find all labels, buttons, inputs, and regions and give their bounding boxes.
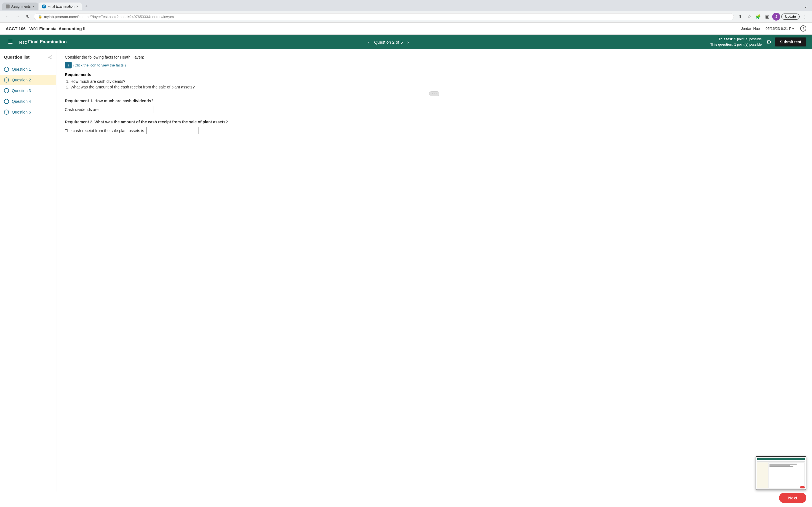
next-question-button[interactable]: › [407,39,409,45]
question-4-circle [4,99,9,104]
assignments-tab-label: Assignments [11,4,31,8]
requirements-list: How much are cash dividends? What was th… [65,79,804,89]
tab-menu-button[interactable]: ⌄ [802,3,810,10]
requirement-1-answer-row: Cash dividends are [65,106,804,113]
chrome-menu-icon[interactable]: ⋮ [801,13,809,20]
question-item-2[interactable]: Question 2 [0,75,56,86]
update-button[interactable]: Update [781,13,800,20]
prev-question-button[interactable]: ‹ [368,39,370,45]
requirement-1-heading: Requirement 1. How much are cash dividen… [65,99,804,103]
thumbnail-preview [756,456,806,490]
cash-receipt-label: The cash receipt from the sale plant ass… [65,128,144,133]
submit-test-button[interactable]: Submit test [775,38,806,47]
question-number-label: Question 2 of 5 [374,40,403,45]
requirement-2-heading: Requirement 2. What was the amount of th… [65,120,804,124]
header-right: Jordan Hue 05/16/23 6:21 PM ? [741,25,806,32]
help-icon[interactable]: ? [800,25,806,32]
question-2-circle [4,77,9,82]
back-button[interactable]: ← [3,13,11,20]
cash-dividends-input[interactable] [101,106,153,113]
test-info: This test: 5 point(s) possible This ques… [710,37,762,47]
address-bar: ← → ↻ 🔒 mylab.pearson.com/Student/Player… [0,11,812,22]
sidebar-toggle-icon[interactable]: ▣ [763,13,771,20]
new-tab-button[interactable]: + [82,2,90,11]
question-item-3[interactable]: Question 3 [0,86,56,96]
address-bar-actions: ⬆ ☆ 🧩 ▣ J Update ⋮ [736,13,809,20]
question-2-label: Question 2 [12,78,31,82]
bookmark-icon[interactable]: ☆ [745,13,753,20]
question-4-label: Question 4 [12,99,31,104]
sidebar-header: Question list ◁ [0,54,56,64]
tab-bar: Assignments × P Final Examination × + ⌄ [0,0,812,11]
forward-button[interactable]: → [13,13,21,20]
profile-button[interactable]: J [772,13,780,20]
question-list-sidebar: Question list ◁ Question 1 Question 2 Qu… [0,49,56,492]
lock-icon: 🔒 [38,15,42,18]
divider-handle[interactable]: • • • [429,91,439,96]
url-text: mylab.pearson.com/Student/PlayerTest.asp… [44,15,174,19]
question-1-circle [4,67,9,72]
requirement-2-answer-row: The cash receipt from the sale plant ass… [65,127,804,134]
requirement-1-answer-section: Requirement 1. How much are cash dividen… [65,99,804,113]
requirement-2-answer-section: Requirement 2. What was the amount of th… [65,120,804,134]
requirements-section: Requirements How much are cash dividends… [65,72,804,89]
sidebar-title: Question list [4,55,30,59]
this-test-label: This test: [718,37,733,41]
test-name-label: Final Examination [28,40,67,45]
final-exam-tab-label: Final Examination [48,4,74,8]
question-item-5[interactable]: Question 5 [0,107,56,117]
info-icon[interactable]: i [65,62,71,68]
assignments-tab-close[interactable]: × [33,4,35,9]
section-divider: • • • [65,94,804,94]
pearson-tab-icon: P [42,4,46,8]
settings-button[interactable]: ⚙ [766,39,771,45]
requirements-title: Requirements [65,72,804,77]
assignments-tab-icon [6,4,10,8]
page-header: ACCT 106 - W01 Financial Accounting II J… [0,22,812,35]
requirement-2-item: What was the amount of the cash receipt … [70,85,804,89]
hamburger-menu-button[interactable]: ☰ [6,38,15,47]
cash-dividends-label: Cash dividends are [65,107,99,112]
test-prefix-label: Test: [18,40,27,45]
date-time: 05/16/23 6:21 PM [765,26,795,31]
browser-chrome: Assignments × P Final Examination × + ⌄ … [0,0,812,22]
this-question-value: 1 point(s) possible [734,43,762,47]
test-nav-bar: ☰ Test: Final Examination ‹ Question 2 o… [0,35,812,49]
tab-assignments[interactable]: Assignments × [2,3,38,10]
question-5-circle [4,110,9,115]
reload-button[interactable]: ↻ [24,13,32,20]
question-item-4[interactable]: Question 4 [0,96,56,107]
this-question-label: This question: [710,43,733,47]
question-3-label: Question 3 [12,89,31,93]
question-3-circle [4,88,9,93]
question-item-1[interactable]: Question 1 [0,64,56,75]
user-name: Jordan Hue [741,26,760,31]
main-layout: Question list ◁ Question 1 Question 2 Qu… [0,49,812,492]
question-context: Consider the following facts for Heath H… [65,55,804,59]
question-5-label: Question 5 [12,110,31,114]
question-1-label: Question 1 [12,67,31,71]
extensions-icon[interactable]: 🧩 [754,13,762,20]
facts-link-text[interactable]: (Click the icon to view the facts.) [73,63,126,67]
content-area: Consider the following facts for Heath H… [56,49,812,492]
requirement-1-item: How much are cash dividends? [70,79,804,83]
final-exam-tab-close[interactable]: × [76,4,79,9]
collapse-sidebar-button[interactable]: ◁ [48,54,52,60]
cash-receipt-input[interactable] [146,127,199,134]
question-nav: ‹ Question 2 of 5 › [368,39,409,45]
course-title: ACCT 106 - W01 Financial Accounting II [6,26,86,31]
tab-final-examination[interactable]: P Final Examination × [39,3,82,10]
facts-link-row: i (Click the icon to view the facts.) [65,62,804,68]
share-icon[interactable]: ⬆ [736,13,744,20]
this-test-value: 5 point(s) possible [734,37,762,41]
url-bar[interactable]: 🔒 mylab.pearson.com/Student/PlayerTest.a… [34,13,734,20]
